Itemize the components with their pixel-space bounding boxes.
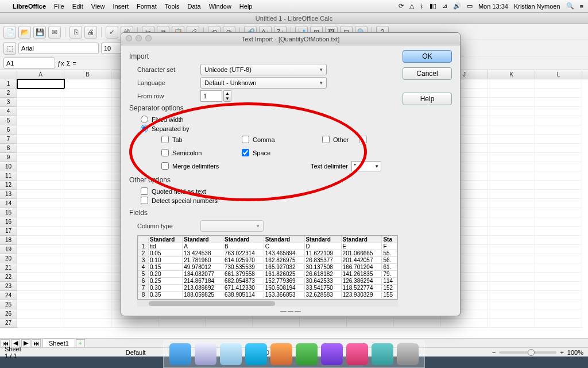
tab-next-button[interactable]: ▶ (21, 339, 30, 347)
row-head[interactable]: 12 (0, 181, 17, 190)
cell-reference-box[interactable]: A1 (3, 57, 55, 69)
row-head[interactable]: 3 (0, 98, 17, 107)
cell[interactable] (64, 98, 111, 107)
dock-app-icon[interactable] (296, 343, 318, 365)
cell[interactable] (300, 319, 347, 328)
cell[interactable] (488, 300, 535, 309)
cell[interactable] (64, 227, 111, 236)
cell[interactable] (206, 319, 253, 328)
cell[interactable] (17, 273, 64, 282)
cell[interactable] (535, 245, 582, 254)
add-sheet-button[interactable]: ＋ (76, 339, 85, 347)
cell[interactable] (17, 245, 64, 254)
cell[interactable] (535, 107, 582, 116)
cell[interactable] (64, 309, 111, 319)
cell[interactable] (64, 245, 111, 254)
row-head[interactable]: 20 (0, 254, 17, 263)
spotlight-icon[interactable]: 🔍 (566, 2, 574, 10)
cell[interactable] (64, 190, 111, 199)
cell[interactable] (488, 309, 535, 319)
cell[interactable] (488, 245, 535, 254)
dock-mail-icon[interactable] (220, 343, 242, 365)
cell[interactable] (17, 319, 64, 328)
cell[interactable] (17, 300, 64, 309)
cell[interactable] (488, 144, 535, 153)
cell[interactable] (17, 79, 64, 89)
row-head[interactable]: 17 (0, 227, 17, 236)
row-head[interactable]: 14 (0, 199, 17, 208)
dock-app-icon[interactable] (321, 343, 343, 365)
bt-icon[interactable]: ᚼ (420, 3, 424, 10)
row-head[interactable]: 23 (0, 282, 17, 291)
cell[interactable] (64, 89, 111, 98)
cell[interactable] (17, 125, 64, 135)
cell[interactable] (535, 319, 582, 328)
cell[interactable] (158, 319, 206, 328)
menu-window[interactable]: Window (209, 3, 231, 10)
menu-insert[interactable]: Insert (113, 3, 129, 10)
cell[interactable] (488, 208, 535, 217)
dialog-titlebar[interactable]: Text Import - [QuantityOfMotion.txt] (121, 33, 460, 45)
cell[interactable] (535, 236, 582, 245)
dock-safari-icon[interactable] (195, 343, 216, 365)
row-head[interactable]: 25 (0, 300, 17, 309)
cell[interactable] (488, 282, 535, 291)
cell[interactable] (64, 135, 111, 144)
cell[interactable] (488, 199, 535, 208)
row-head[interactable]: 27 (0, 319, 17, 328)
notif-icon[interactable]: ≡ (580, 3, 583, 10)
cell[interactable] (488, 236, 535, 245)
dialog-resize-grip[interactable] (280, 311, 301, 313)
row-head[interactable]: 21 (0, 263, 17, 273)
merge-check[interactable] (161, 162, 169, 170)
cell[interactable] (17, 254, 64, 263)
cell[interactable] (535, 199, 582, 208)
cell[interactable] (535, 89, 582, 98)
menu-format[interactable]: Format (137, 3, 157, 10)
cell[interactable] (17, 236, 64, 245)
styles-button[interactable]: ⬚ (3, 42, 16, 55)
row-head[interactable]: 24 (0, 291, 17, 300)
volume-icon[interactable]: 🔊 (453, 2, 461, 10)
cell[interactable] (17, 190, 64, 199)
textdelim-combo[interactable]: " (351, 161, 381, 171)
cell[interactable] (64, 263, 111, 273)
open-button[interactable]: 📂 (18, 26, 31, 39)
row-head[interactable]: 22 (0, 273, 17, 282)
quoted-check[interactable] (141, 187, 148, 195)
user-name[interactable]: Kristian Nymoen (514, 3, 560, 10)
cell[interactable] (64, 282, 111, 291)
space-check[interactable] (242, 149, 249, 156)
cell[interactable] (64, 153, 111, 162)
row-head[interactable]: 5 (0, 116, 17, 125)
app-name[interactable]: LibreOffice (13, 3, 46, 10)
cell[interactable] (535, 116, 582, 125)
cell[interactable] (535, 79, 582, 89)
cell[interactable] (488, 181, 535, 190)
cell[interactable] (64, 291, 111, 300)
row-head[interactable]: 8 (0, 144, 17, 153)
cell[interactable] (17, 263, 64, 273)
select-all-corner[interactable] (0, 70, 17, 79)
cell[interactable] (488, 171, 535, 181)
cell[interactable] (535, 300, 582, 309)
row-head[interactable]: 19 (0, 245, 17, 254)
cell[interactable] (488, 153, 535, 162)
cell[interactable] (17, 282, 64, 291)
fromrow-spin[interactable]: 1 (200, 90, 222, 102)
cell[interactable] (64, 273, 111, 282)
cell[interactable] (535, 135, 582, 144)
cell[interactable] (64, 162, 111, 171)
fx-wizard-button[interactable]: ƒx (57, 60, 64, 67)
cell[interactable] (17, 98, 64, 107)
cell[interactable] (394, 319, 441, 328)
menu-tools[interactable]: Tools (165, 3, 180, 10)
dock-app-icon[interactable] (270, 343, 292, 365)
cell[interactable] (535, 291, 582, 300)
menu-file[interactable]: File (54, 3, 64, 10)
menu-data[interactable]: Data (187, 3, 200, 10)
cell[interactable] (488, 273, 535, 282)
dock-skype-icon[interactable] (245, 343, 267, 365)
cell[interactable] (488, 291, 535, 300)
row-head[interactable]: 10 (0, 162, 17, 171)
